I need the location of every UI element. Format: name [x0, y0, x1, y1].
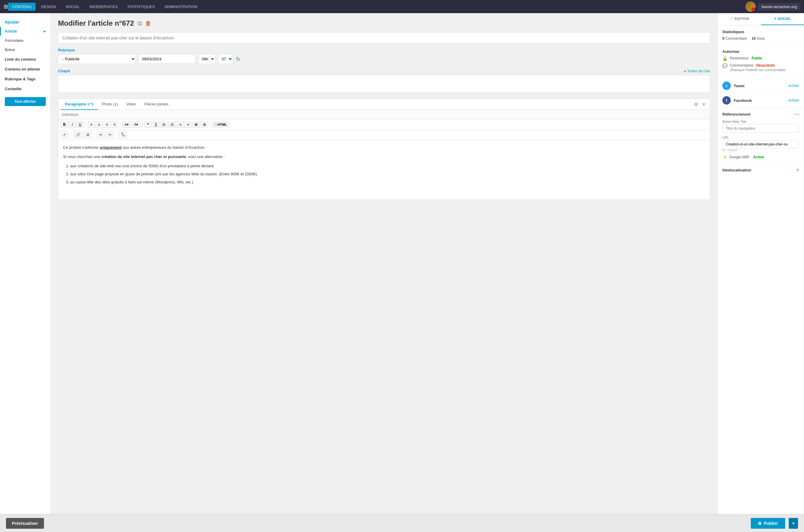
list-item: aux sites One page proposé en guise de p…	[70, 171, 705, 177]
tb-undo[interactable]: ↩	[97, 131, 105, 138]
chapo-textarea[interactable]	[58, 75, 710, 93]
commentaires-note: (Rubrique Publicité non commentable)	[730, 68, 786, 72]
tb-list-ol[interactable]: ≡	[184, 121, 191, 128]
copy-icon[interactable]: ⧉	[138, 20, 142, 27]
geolocalisation-header: Géolocalisation +	[723, 167, 799, 173]
nav-social[interactable]: SOCIAL	[61, 3, 84, 11]
sidebar-item-article[interactable]: Article ▸	[0, 27, 51, 36]
page-title: Modifier l'article n°672	[58, 19, 134, 27]
meta-title-field: Balise Meta Title	[723, 120, 799, 133]
tb-underline[interactable]: U	[76, 121, 84, 128]
sidebar-liste[interactable]: Liste du contenu	[0, 55, 51, 64]
sidebar-attente[interactable]: Contenu en attente	[0, 64, 51, 74]
delete-icon[interactable]: 🗑	[145, 20, 151, 27]
sidebar-corbeille[interactable]: Corbeille	[0, 84, 51, 94]
sidebar-item-breve[interactable]: Brève	[0, 45, 51, 54]
nav-administration[interactable]: ADMINISTRATION	[160, 3, 202, 11]
avatar-badge: 1	[751, 7, 755, 12]
tb-redo[interactable]: ↪	[106, 131, 114, 138]
publish-icon: ✿	[758, 521, 762, 526]
tout-afficher-button[interactable]: Tout afficher	[5, 97, 46, 106]
twitter-icon: t	[723, 81, 731, 90]
nav-webservices[interactable]: WEBSERVICES	[85, 3, 122, 11]
nav-design[interactable]: DESIGN	[37, 3, 60, 11]
url-input[interactable]	[723, 140, 799, 149]
commentaires-row: 💬 Commentaires : Désactivés (Rubrique Pu…	[723, 63, 799, 72]
nav-contenu[interactable]: CONTENU	[8, 3, 36, 11]
date-input[interactable]	[139, 54, 196, 64]
editor-content[interactable]: Ce produit s'adresse uniquement aux autr…	[58, 140, 710, 200]
restrictions-value[interactable]: Public	[752, 56, 763, 60]
grid-icon[interactable]: ⊞	[4, 3, 8, 10]
tab-pieces[interactable]: Pièces jointes	[140, 99, 172, 110]
rp-tab-social[interactable]: ↗ SOCIAL	[761, 13, 804, 25]
sidebar-ajouter[interactable]: Ajouter	[0, 18, 51, 26]
tb-align-justify[interactable]: ≡	[111, 121, 118, 128]
sidebar-item-formulaire[interactable]: Formulaire	[0, 36, 51, 45]
commentaires-value[interactable]: Désactivés	[756, 63, 775, 68]
close-paragraph-icon[interactable]: ✕	[700, 100, 708, 109]
publish-dropdown-button[interactable]: ▾	[789, 518, 798, 529]
tb-html[interactable]: □ HTML	[212, 121, 229, 128]
tb-sep-r2-2	[94, 132, 94, 138]
tb-hr[interactable]: ⊟	[160, 121, 168, 128]
rubrique-select[interactable]: - Publicité	[58, 54, 136, 64]
bold-text: création de site Internet pas cher et pu…	[102, 154, 186, 159]
tb-bracket[interactable]: []	[152, 121, 159, 128]
content-area: Modifier l'article n°672 ⧉ 🗑 Rubrique - …	[51, 13, 717, 532]
tb-table2[interactable]: ⊡	[168, 121, 176, 128]
hour-select[interactable]: 08h	[199, 54, 215, 64]
tb-table[interactable]: ⊞	[201, 121, 208, 128]
tb-separator-3	[142, 121, 143, 128]
url-label: URL	[723, 136, 799, 139]
rp-tab-edition[interactable]: 📄 EDITION	[717, 13, 761, 25]
statistiques-row: 0 Commentaire 15 Vues	[723, 36, 799, 41]
editor-paragraph-1: Ce produit s'adresse uniquement aux autr…	[63, 145, 705, 151]
tab-video[interactable]: Vidéo	[122, 99, 140, 110]
url-field: URL Ex : monurl	[723, 136, 799, 152]
user-avatar[interactable]: 1	[745, 1, 755, 12]
tb-fullscreen[interactable]: ⤢	[61, 131, 69, 138]
article-title-input[interactable]	[58, 32, 710, 44]
tb-bold[interactable]: B	[61, 121, 68, 128]
list-item: au casse-tête des sites gratuits à faire…	[70, 179, 705, 186]
chapo-row: Chapô ▸ Textes de Une	[58, 69, 710, 73]
tab-photo[interactable]: Photo (1)	[98, 99, 122, 110]
tb-align-center[interactable]: ≡	[95, 121, 103, 128]
tb-separator-2	[120, 121, 120, 128]
nav-statistiques[interactable]: STATISTIQUES	[123, 3, 159, 11]
geolocalisation-add[interactable]: +	[796, 167, 799, 173]
amp-value[interactable]: Activé	[753, 155, 764, 159]
tb-font-color[interactable]: A▾	[122, 121, 131, 128]
sidebar-tags[interactable]: Rubrique & Tags	[0, 74, 51, 84]
tb-align-right[interactable]: ≡	[103, 121, 110, 128]
intertitle-input[interactable]	[58, 110, 710, 119]
tb-link[interactable]: 🔗	[74, 131, 83, 138]
tb-font-bg[interactable]: A▾	[131, 121, 141, 128]
geolocalisation-title: Géolocalisation	[723, 168, 751, 172]
referencement-collapse[interactable]: —	[794, 111, 799, 117]
facebook-action[interactable]: Activer	[788, 98, 799, 102]
tb-quote[interactable]: ❝	[144, 121, 151, 128]
bottom-bar: Prévisualiser ✿ Publier ▾	[0, 514, 804, 532]
tb-italic[interactable]: I	[69, 121, 76, 128]
meta-title-input[interactable]	[723, 124, 799, 133]
rubrique-row: - Publicité 08h 37 ↻	[58, 54, 710, 64]
minute-select[interactable]: 37	[218, 54, 233, 64]
textes-de-une-link[interactable]: ▸ Textes de Une	[684, 69, 710, 73]
main-layout: Ajouter Article ▸ Formulaire Brève Liste…	[0, 13, 804, 532]
refresh-button[interactable]: ↻	[236, 56, 240, 62]
settings-icon[interactable]: ⚙	[692, 100, 700, 109]
referencement-section: Référencement — Balise Meta Title URL Ex…	[717, 108, 804, 164]
rubrique-label: Rubrique	[58, 48, 710, 52]
tb-unlink[interactable]: ⊘	[84, 131, 92, 138]
publish-button[interactable]: ✿ Publier	[751, 518, 785, 529]
tb-list-ul[interactable]: ≡	[177, 121, 184, 128]
tb-align-left[interactable]: ≡	[88, 121, 95, 128]
tb-indent[interactable]: ⊠	[192, 121, 200, 128]
tb-clear-format[interactable]: Tx	[119, 131, 127, 138]
preview-button[interactable]: Prévisualiser	[6, 518, 44, 529]
edition-doc-icon: 📄	[729, 17, 735, 21]
tab-paragraphe[interactable]: Paragraphe n°1	[61, 99, 98, 110]
tweet-action[interactable]: Activer	[788, 84, 799, 88]
